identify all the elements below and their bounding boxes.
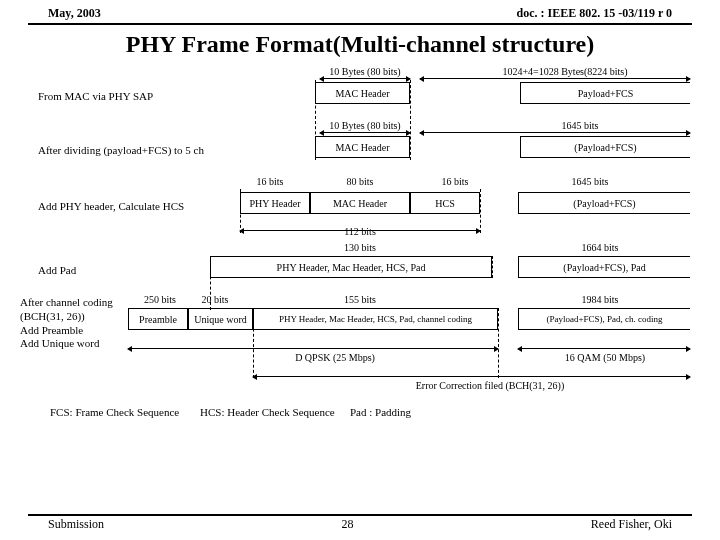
row3-box-phy-header: PHY Header	[240, 192, 310, 214]
dash-6	[492, 256, 493, 278]
row5-box-payload-cc: (Payload+FCS), Pad, ch. coding	[518, 308, 690, 330]
row4-seg-a: 130 bits	[320, 242, 400, 253]
row2-arrow-a	[320, 132, 410, 133]
row2-arrow-b	[420, 132, 690, 133]
row1-arrow-b	[420, 78, 690, 79]
ecc-label: Error Correction filed (BCH(31, 26))	[390, 380, 590, 391]
row4-box-payload-pad: (Payload+FCS), Pad	[518, 256, 690, 278]
row3-box-hcs: HCS	[410, 192, 480, 214]
dash-5	[210, 256, 211, 310]
header-underline	[28, 23, 692, 25]
footer-left: Submission	[48, 517, 104, 532]
dash-1	[315, 80, 316, 160]
row3-seg-c: 16 bits	[425, 176, 485, 187]
row1-label: From MAC via PHY SAP	[38, 90, 153, 102]
footer-underline	[28, 514, 692, 516]
row3-seg-b: 80 bits	[320, 176, 400, 187]
row3-seg-d: 1645 bits	[550, 176, 630, 187]
row4-seg-b: 1664 bits	[560, 242, 640, 253]
diagram-stage: From MAC via PHY SAP 10 Bytes (80 bits) …	[20, 66, 700, 446]
row5-box-header-cc: PHY Header, Mac Header, HCS, Pad, channe…	[253, 308, 498, 330]
glossary-pad: Pad : Padding	[350, 406, 411, 418]
dash-3	[240, 189, 241, 233]
row5-seg-c: 155 bits	[320, 294, 400, 305]
row2-label: After dividing (payload+FCS) to 5 ch	[38, 144, 204, 156]
dash-8	[253, 308, 254, 378]
mod-b-arrow	[518, 348, 690, 349]
row5-mod-b: 16 QAM (50 Mbps)	[540, 352, 670, 363]
row5-box-unique-word: Unique word	[188, 308, 253, 330]
row1-box-mac-header: MAC Header	[315, 82, 410, 104]
mod-a-arrow	[128, 348, 498, 349]
row2-seg-a: 10 Bytes (80 bits)	[315, 120, 415, 131]
row1-seg-b: 1024+4=1028 Bytes(8224 bits)	[480, 66, 650, 77]
header-doc: doc. : IEEE 802. 15 -03/119 r 0	[517, 6, 672, 21]
row5-seg-a: 250 bits	[130, 294, 190, 305]
row3-label: Add PHY header, Calculate HCS	[38, 200, 184, 212]
footer-right: Reed Fisher, Oki	[591, 517, 672, 532]
header: May, 2003 doc. : IEEE 802. 15 -03/119 r …	[0, 0, 720, 21]
dash-7	[498, 308, 499, 378]
row5-seg-d: 1984 bits	[560, 294, 640, 305]
row1-arrow-a	[320, 78, 410, 79]
glossary-fcs: FCS: Frame Check Sequence	[50, 406, 179, 418]
row1-seg-a: 10 Bytes (80 bits)	[315, 66, 415, 77]
row2-seg-b: 1645 bits	[530, 120, 630, 131]
row1-box-payload: Payload+FCS	[520, 82, 690, 104]
ecc-arrow	[253, 376, 690, 377]
dash-2	[410, 80, 411, 160]
row2-box-payload: (Payload+FCS)	[520, 136, 690, 158]
footer: Submission 28 Reed Fisher, Oki	[0, 517, 720, 532]
header-date: May, 2003	[48, 6, 101, 21]
row4-above-arrow	[240, 230, 480, 231]
row2-box-mac-header: MAC Header	[315, 136, 410, 158]
page-title: PHY Frame Format(Multi-channel structure…	[0, 31, 720, 58]
row5-seg-b: 20 bits	[190, 294, 240, 305]
glossary-hcs: HCS: Header Check Sequence	[200, 406, 335, 418]
row5-mod-a: D QPSK (25 Mbps)	[250, 352, 410, 363]
row4-box-header-pad: PHY Header, Mac Header, HCS, Pad	[210, 256, 492, 278]
row3-box-mac-header: MAC Header	[310, 192, 410, 214]
row4-label: Add Pad	[38, 264, 76, 276]
footer-page: 28	[341, 517, 353, 532]
row4-above: 112 bits	[320, 226, 400, 237]
dash-4	[480, 189, 481, 233]
row3-seg-a: 16 bits	[240, 176, 300, 187]
row5-box-preamble: Preamble	[128, 308, 188, 330]
row3-box-payload: (Payload+FCS)	[518, 192, 690, 214]
